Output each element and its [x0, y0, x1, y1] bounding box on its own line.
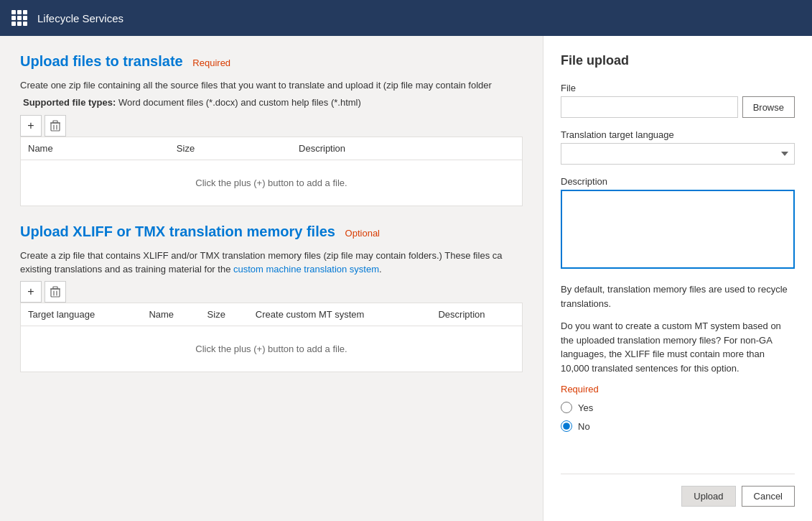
info-text-2: Do you want to create a custom MT system…: [561, 319, 795, 375]
col-target-lang: Target language: [21, 303, 142, 326]
required-label: Required: [561, 384, 795, 395]
radio-no[interactable]: [561, 420, 572, 432]
app-title: Lifecycle Services: [37, 12, 123, 24]
section2-table: Target language Name Size Create custom …: [20, 303, 523, 372]
section2-desc: Create a zip file that contains XLIFF an…: [20, 249, 523, 277]
supported-types: Supported file types: Word document file…: [20, 97, 523, 108]
col-custom-mt: Create custom MT system: [248, 303, 431, 326]
section1-badge: Required: [192, 57, 230, 68]
radio-yes-label: Yes: [578, 402, 593, 413]
section2-link[interactable]: custom machine translation system: [233, 264, 379, 275]
section1-toolbar: +: [20, 115, 523, 137]
radio-yes[interactable]: [561, 402, 572, 413]
col-desc2: Description: [431, 303, 522, 326]
section2-delete-button[interactable]: [45, 281, 66, 303]
col-size2: Size: [200, 303, 248, 326]
target-language-form-group: Translation target language: [561, 129, 795, 165]
grid-icon[interactable]: [11, 10, 27, 26]
panel-title: File upload: [561, 53, 795, 68]
radio-group: Yes No: [561, 402, 795, 432]
file-input[interactable]: [561, 96, 738, 118]
section1-title: Upload files to translate: [20, 53, 183, 69]
info-text-1: By default, translation memory files are…: [561, 282, 795, 310]
browse-button[interactable]: Browse: [742, 96, 795, 118]
trash-icon: [50, 120, 60, 132]
col-name: Name: [21, 137, 169, 160]
section2-title: Upload XLIFF or TMX translation memory f…: [20, 223, 335, 239]
panel-footer: Upload Cancel: [561, 474, 795, 507]
topnav: Lifecycle Services: [0, 0, 812, 36]
col-size: Size: [169, 137, 291, 160]
description-form-group: Description: [561, 176, 795, 271]
description-textarea[interactable]: [561, 190, 795, 269]
section2-badge: Optional: [345, 228, 380, 239]
section-upload-files: Upload files to translate Required Creat…: [20, 53, 523, 206]
target-language-select[interactable]: [561, 143, 795, 165]
section1-add-button[interactable]: +: [20, 115, 42, 137]
section-upload-xliff: Upload XLIFF or TMX translation memory f…: [20, 223, 523, 372]
upload-button[interactable]: Upload: [681, 486, 735, 507]
section2-toolbar: +: [20, 281, 523, 303]
radio-no-option[interactable]: No: [561, 420, 795, 432]
table-row: Click the plus (+) button to add a file.: [21, 326, 523, 372]
col-name2: Name: [141, 303, 200, 326]
section1-table: Name Size Description Click the plus (+)…: [20, 137, 523, 206]
table-row: Click the plus (+) button to add a file.: [21, 160, 523, 206]
radio-no-label: No: [578, 421, 590, 432]
section1-empty-message: Click the plus (+) button to add a file.: [21, 160, 523, 206]
file-input-row: Browse: [561, 96, 795, 118]
section2-empty-message: Click the plus (+) button to add a file.: [21, 326, 523, 372]
section1-heading: Upload files to translate Required: [20, 53, 523, 70]
file-form-group: File Browse: [561, 83, 795, 118]
section2-heading: Upload XLIFF or TMX translation memory f…: [20, 223, 523, 240]
trash-icon-2: [50, 286, 60, 298]
main-content: Upload files to translate Required Creat…: [0, 36, 543, 521]
section1-desc: Create one zip file containing all the s…: [20, 78, 523, 93]
svg-rect-3: [51, 289, 60, 297]
description-label: Description: [561, 176, 795, 187]
file-label: File: [561, 83, 795, 93]
col-description: Description: [291, 137, 522, 160]
layout: Upload files to translate Required Creat…: [0, 36, 812, 521]
right-panel: File upload File Browse Translation targ…: [543, 36, 812, 521]
svg-rect-0: [51, 123, 60, 131]
cancel-button[interactable]: Cancel: [742, 486, 795, 507]
radio-yes-option[interactable]: Yes: [561, 402, 795, 413]
section1-delete-button[interactable]: [45, 115, 66, 137]
target-language-label: Translation target language: [561, 129, 795, 140]
section2-add-button[interactable]: +: [20, 281, 42, 303]
